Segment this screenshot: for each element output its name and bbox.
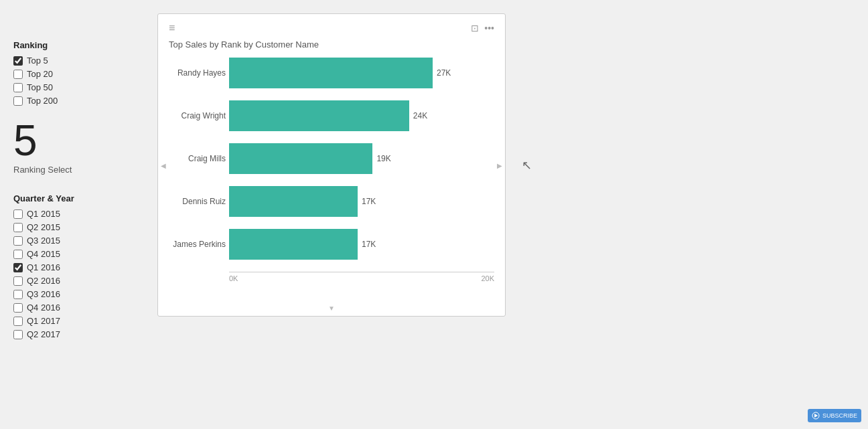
quarter-label-1: Q2 2015 (27, 222, 60, 232)
ranking-option-1[interactable]: Top 20 (13, 69, 137, 79)
quarter-label-9: Q2 2017 (27, 329, 60, 339)
cursor-indicator: ↖ (522, 158, 532, 173)
ranking-option-3[interactable]: Top 200 (13, 96, 137, 106)
ranking-label-1: Top 20 (27, 69, 53, 79)
subscribe-badge[interactable]: SUBSCRIBE (808, 409, 861, 422)
quarter-checkbox-5[interactable] (13, 276, 23, 286)
ranking-section: Ranking Top 5Top 20Top 50Top 200 (13, 40, 137, 106)
resize-right-handle[interactable]: ▶ (497, 161, 502, 169)
ranking-checkbox-3[interactable] (13, 96, 23, 106)
quarter-label-7: Q4 2016 (27, 303, 60, 313)
chart-title: Top Sales by Rank by Customer Name (169, 39, 494, 50)
quarter-label-0: Q1 2015 (27, 209, 60, 219)
x-axis: 0K 20K (229, 272, 494, 282)
left-panel: Ranking Top 5Top 20Top 50Top 200 5 Ranki… (13, 13, 137, 343)
quarter-checkbox-1[interactable] (13, 223, 23, 232)
ranking-label-2: Top 50 (27, 82, 53, 92)
ranking-option-0[interactable]: Top 5 (13, 56, 137, 66)
quarter-checkbox-7[interactable] (13, 303, 23, 313)
x-axis-line (229, 272, 494, 272)
chart-icons: ⊡ ••• (471, 23, 494, 33)
ranking-select-section: 5 Ranking Select (13, 119, 137, 175)
quarter-option-5[interactable]: Q2 2016 (13, 276, 137, 286)
ranking-checkboxes: Top 5Top 20Top 50Top 200 (13, 56, 137, 106)
bar-label-2: Craig Mills (169, 154, 226, 163)
x-tick-0: 0K (229, 274, 238, 282)
quarter-option-7[interactable]: Q4 2016 (13, 303, 137, 313)
quarter-checkboxes: Q1 2015Q2 2015Q3 2015Q4 2015Q1 2016Q2 20… (13, 209, 137, 339)
bar-value-0: 27K (437, 68, 451, 78)
quarter-label-5: Q2 2016 (27, 276, 60, 286)
quarter-checkbox-4[interactable] (13, 263, 23, 272)
ranking-section-title: Ranking (13, 40, 137, 50)
bar-container-0: 27K (229, 58, 494, 88)
bar-label-1: Craig Wright (169, 111, 226, 120)
quarter-checkbox-3[interactable] (13, 250, 23, 259)
bar-container-3: 17K (229, 186, 494, 217)
bar-row-4: James Perkins17K (229, 229, 494, 260)
quarter-section: Quarter & Year Q1 2015Q2 2015Q3 2015Q4 2… (13, 193, 137, 339)
quarter-option-0[interactable]: Q1 2015 (13, 209, 137, 219)
bar-value-3: 17K (362, 197, 376, 206)
chart-panel: ≡ ⊡ ••• Top Sales by Rank by Customer Na… (157, 13, 506, 317)
quarter-checkbox-8[interactable] (13, 317, 23, 326)
bar-row-2: Craig Mills19K (229, 143, 494, 174)
drag-handle[interactable]: ≡ (169, 22, 175, 34)
more-options-icon[interactable]: ••• (484, 23, 494, 33)
bar-label-3: Dennis Ruiz (169, 197, 226, 206)
quarter-option-2[interactable]: Q3 2015 (13, 236, 137, 246)
subscribe-icon (812, 412, 820, 420)
bar-row-1: Craig Wright24K (229, 100, 494, 131)
bar-container-2: 19K (229, 143, 494, 174)
bar-container-1: 24K (229, 100, 494, 131)
chart-top-bar: ≡ ⊡ ••• (169, 22, 494, 34)
quarter-checkbox-2[interactable] (13, 236, 23, 246)
subscribe-label: SUBSCRIBE (822, 412, 857, 419)
quarter-option-8[interactable]: Q1 2017 (13, 316, 137, 326)
quarter-option-6[interactable]: Q3 2016 (13, 289, 137, 299)
ranking-option-2[interactable]: Top 50 (13, 82, 137, 92)
bar-row-3: Dennis Ruiz17K (229, 186, 494, 217)
bar-label-4: James Perkins (169, 240, 226, 249)
quarter-label-4: Q1 2016 (27, 262, 60, 272)
quarter-label-3: Q4 2015 (27, 249, 60, 259)
ranking-label-0: Top 5 (27, 56, 48, 66)
ranking-checkbox-2[interactable] (13, 83, 23, 92)
x-tick-20k: 20K (481, 274, 494, 282)
ranking-checkbox-1[interactable] (13, 70, 23, 79)
bar-3 (229, 186, 358, 217)
ranking-checkbox-0[interactable] (13, 56, 23, 66)
bar-row-0: Randy Hayes27K (229, 58, 494, 88)
quarter-label-2: Q3 2015 (27, 236, 60, 246)
quarter-checkbox-9[interactable] (13, 330, 23, 339)
quarter-checkbox-0[interactable] (13, 209, 23, 219)
bar-chart: Randy Hayes27KCraig Wright24KCraig Mills… (169, 58, 494, 296)
quarter-option-4[interactable]: Q1 2016 (13, 262, 137, 272)
bar-container-4: 17K (229, 229, 494, 260)
bar-rows-container: Randy Hayes27KCraig Wright24KCraig Mills… (229, 58, 494, 260)
quarter-checkbox-6[interactable] (13, 290, 23, 299)
expand-icon[interactable]: ⊡ (471, 23, 479, 33)
bar-label-0: Randy Hayes (169, 68, 226, 78)
resize-left-handle[interactable]: ◀ (161, 161, 166, 169)
quarter-section-title: Quarter & Year (13, 193, 137, 203)
bar-2 (229, 143, 372, 174)
quarter-label-8: Q1 2017 (27, 316, 60, 326)
bar-4 (229, 229, 358, 260)
bar-0 (229, 58, 433, 88)
bar-value-4: 17K (362, 240, 376, 249)
quarter-label-6: Q3 2016 (27, 289, 60, 299)
quarter-option-9[interactable]: Q2 2017 (13, 329, 137, 339)
bar-value-2: 19K (376, 154, 390, 163)
bar-value-1: 24K (413, 111, 427, 120)
ranking-label-3: Top 200 (27, 96, 58, 106)
bar-1 (229, 100, 409, 131)
ranking-select-label: Ranking Select (13, 165, 72, 175)
quarter-option-1[interactable]: Q2 2015 (13, 222, 137, 232)
resize-bottom-handle[interactable]: ▼ (328, 305, 335, 312)
ranking-number: 5 (13, 119, 38, 162)
quarter-option-3[interactable]: Q4 2015 (13, 249, 137, 259)
